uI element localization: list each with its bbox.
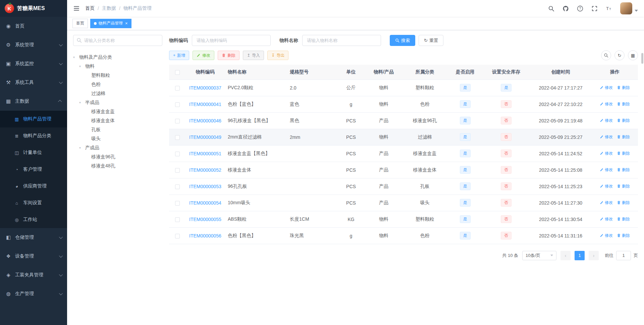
page-size-select[interactable]: 10条/页 <box>522 251 556 260</box>
tree-node[interactable]: ▾产成品 <box>73 143 162 152</box>
sidebar-item-workshop-settings[interactable]: ⌂车间设置 <box>0 195 67 211</box>
export-button[interactable]: ↧ 导出 <box>267 51 288 60</box>
checkbox[interactable] <box>175 119 180 123</box>
row-delete-button[interactable]: 删除 <box>617 101 630 107</box>
checkbox[interactable] <box>175 201 180 206</box>
sidebar-item-material-product-category[interactable]: ≣物料产品分类 <box>0 127 67 144</box>
scrollbar-thumb[interactable] <box>641 53 643 64</box>
checkbox[interactable] <box>175 234 180 238</box>
material-code-link[interactable]: ITEM00000049 <box>189 134 221 140</box>
add-button[interactable]: + 新增 <box>169 51 189 60</box>
next-page-button[interactable]: › <box>589 251 599 260</box>
row-edit-button[interactable]: 修改 <box>600 200 613 206</box>
checkbox[interactable] <box>175 152 180 156</box>
page-number-button[interactable]: 1 <box>575 251 585 260</box>
material-code-link[interactable]: ITEM00000055 <box>189 217 221 222</box>
row-delete-button[interactable]: 删除 <box>617 118 630 123</box>
row-edit-button[interactable]: 修改 <box>600 85 613 91</box>
row-edit-button[interactable]: 修改 <box>600 216 613 222</box>
material-code-link[interactable]: ITEM00000053 <box>189 184 221 189</box>
reset-button[interactable]: ↻ 重置 <box>419 35 443 46</box>
tree-node[interactable]: 吸头 <box>73 134 162 143</box>
search-button[interactable]: 搜索 <box>390 35 415 46</box>
row-edit-button[interactable]: 修改 <box>600 101 613 107</box>
sidebar-item-system-mgmt[interactable]: ⚙系统管理 <box>0 36 67 54</box>
sidebar-item-home[interactable]: ◉首页 <box>0 17 67 36</box>
row-delete-button[interactable]: 删除 <box>617 151 630 156</box>
search-icon[interactable] <box>548 5 554 12</box>
help-icon[interactable]: ? <box>577 5 583 12</box>
sidebar-item-supplier-mgmt[interactable]: ◕供应商管理 <box>0 178 67 195</box>
user-menu[interactable] <box>620 2 638 14</box>
category-search-input[interactable] <box>73 35 162 46</box>
row-delete-button[interactable]: 删除 <box>617 200 630 206</box>
sidebar-item-customer-mgmt[interactable]: ◔客户管理 <box>0 161 67 178</box>
tree-node[interactable]: 移液盒48孔 <box>73 161 162 170</box>
checkbox[interactable] <box>175 135 180 140</box>
row-delete-button[interactable]: 删除 <box>617 85 630 91</box>
row-edit-button[interactable]: 修改 <box>600 151 613 156</box>
sidebar-item-system-monitor[interactable]: ▣系统监控 <box>0 54 67 73</box>
tree-node[interactable]: 过滤棉 <box>73 89 162 98</box>
row-delete-button[interactable]: 删除 <box>617 233 630 238</box>
sidebar-toggle-icon[interactable] <box>73 5 80 12</box>
row-edit-button[interactable]: 修改 <box>600 233 613 238</box>
fullscreen-icon[interactable] <box>591 5 598 12</box>
material-code-link[interactable]: ITEM00000046 <box>189 118 221 123</box>
checkbox[interactable] <box>175 217 180 222</box>
sidebar-item-system-tools[interactable]: ⚒系统工具 <box>0 73 67 92</box>
row-delete-button[interactable]: 删除 <box>617 134 630 140</box>
material-code-link[interactable]: ITEM00000052 <box>189 167 221 173</box>
material-name-input[interactable] <box>302 35 381 46</box>
tree-node[interactable]: 色粉 <box>73 80 162 89</box>
delete-button[interactable]: 删除 <box>218 51 239 60</box>
material-code-link[interactable]: ITEM00000051 <box>189 151 221 156</box>
font-size-icon[interactable]: TT <box>606 5 612 12</box>
row-edit-button[interactable]: 修改 <box>600 134 613 140</box>
prev-page-button[interactable]: ‹ <box>560 251 571 260</box>
tree-node[interactable]: 移液盒盒盖 <box>73 107 162 116</box>
sidebar-item-measure-unit[interactable]: ◫计量单位 <box>0 144 67 161</box>
material-code-link[interactable]: ITEM00000041 <box>189 102 221 107</box>
breadcrumb-item[interactable]: 主数据 <box>102 5 116 11</box>
tree-node[interactable]: ▾物料及产品分类 <box>73 53 162 62</box>
material-code-link[interactable]: ITEM00000056 <box>189 233 221 238</box>
github-icon[interactable] <box>562 5 569 12</box>
sidebar-item-warehouse-mgmt[interactable]: ◧仓储管理 <box>0 228 67 247</box>
sidebar-item-equipment-mgmt[interactable]: ❖设备管理 <box>0 247 67 266</box>
row-delete-button[interactable]: 删除 <box>617 216 630 222</box>
row-edit-button[interactable]: 修改 <box>600 118 613 123</box>
checkbox[interactable] <box>175 102 180 107</box>
sidebar-item-master-data[interactable]: ▦主数据 <box>0 92 67 111</box>
refresh-button[interactable]: ↻ <box>614 50 625 60</box>
breadcrumb-item[interactable]: 首页 <box>85 5 95 11</box>
sidebar-item-production-mgmt[interactable]: ◍生产管理 <box>0 284 67 303</box>
row-edit-button[interactable]: 修改 <box>600 167 613 173</box>
column-settings-button[interactable]: ▦ <box>628 50 638 60</box>
checkbox[interactable] <box>175 70 180 75</box>
row-edit-button[interactable]: 修改 <box>600 183 613 189</box>
material-code-input[interactable] <box>192 35 271 46</box>
row-delete-button[interactable]: 删除 <box>617 167 630 173</box>
edit-button[interactable]: 修改 <box>193 51 214 60</box>
tree-node[interactable]: 移液盒96孔 <box>73 152 162 161</box>
app-logo[interactable]: K 苦糖果MES <box>0 0 67 17</box>
tree-node[interactable]: ▾物料 <box>73 62 162 71</box>
checkbox[interactable] <box>175 86 180 91</box>
sidebar-item-material-product-mgmt[interactable]: ▥物料产品管理 <box>0 111 67 127</box>
tree-node[interactable]: 塑料颗粒 <box>73 71 162 80</box>
checkbox[interactable] <box>175 168 180 173</box>
tree-node[interactable]: 孔板 <box>73 125 162 134</box>
close-icon[interactable]: × <box>125 21 128 25</box>
sidebar-item-workstation[interactable]: ◎工作站 <box>0 211 67 228</box>
tab-material-product-mgmt[interactable]: 物料产品管理× <box>90 19 131 28</box>
checkbox[interactable] <box>175 184 180 189</box>
material-code-link[interactable]: ITEM00000037 <box>189 85 221 91</box>
row-delete-button[interactable]: 删除 <box>617 183 630 189</box>
import-button[interactable]: ↥ 导入 <box>243 51 264 60</box>
material-code-link[interactable]: ITEM00000054 <box>189 200 221 206</box>
tab-home[interactable]: 首页 <box>72 19 88 28</box>
user-avatar[interactable] <box>620 2 632 14</box>
tree-node[interactable]: 移液盒盒体 <box>73 116 162 125</box>
toggle-search-button[interactable] <box>601 50 611 60</box>
